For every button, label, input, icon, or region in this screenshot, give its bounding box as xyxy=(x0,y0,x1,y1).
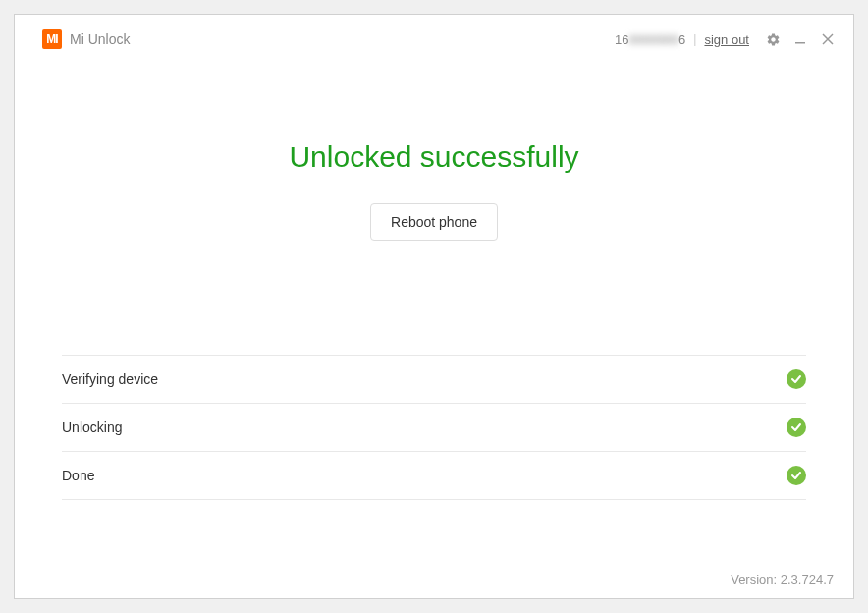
minimize-icon xyxy=(794,33,806,45)
reboot-button[interactable]: Reboot phone xyxy=(370,203,498,241)
app-title: Mi Unlock xyxy=(70,31,130,47)
step-label: Verifying device xyxy=(62,371,158,387)
user-id: 1600000006 xyxy=(615,32,685,47)
step-row-verifying: Verifying device xyxy=(62,355,806,403)
mi-logo-icon: MI xyxy=(42,29,62,49)
titlebar: MI Mi Unlock 1600000006 | sign out xyxy=(15,15,853,64)
step-row-unlocking: Unlocking xyxy=(62,403,806,451)
sign-out-link[interactable]: sign out xyxy=(704,32,749,47)
checkmark-icon xyxy=(787,466,806,485)
step-label: Unlocking xyxy=(62,419,122,435)
gear-icon xyxy=(766,32,781,47)
user-id-suffix: 6 xyxy=(678,32,685,47)
titlebar-right: 1600000006 | sign out xyxy=(615,29,838,49)
settings-button[interactable] xyxy=(763,29,783,49)
steps-list: Verifying device Unlocking Done xyxy=(15,355,853,500)
checkmark-icon xyxy=(787,369,806,389)
close-button[interactable] xyxy=(818,29,838,49)
user-id-prefix: 16 xyxy=(615,32,628,47)
status-headline: Unlocked successfully xyxy=(289,140,578,174)
checkmark-icon xyxy=(787,418,806,437)
app-window: MI Mi Unlock 1600000006 | sign out xyxy=(14,14,854,599)
minimize-button[interactable] xyxy=(790,29,810,49)
step-label: Done xyxy=(62,468,94,483)
divider: | xyxy=(693,32,696,46)
close-icon xyxy=(822,33,834,45)
version-label: Version: 2.3.724.7 xyxy=(731,572,834,586)
user-id-hidden: 0000000 xyxy=(628,32,678,47)
step-row-done: Done xyxy=(62,451,806,500)
main-content: Unlocked successfully Reboot phone Verif… xyxy=(15,64,853,598)
svg-rect-0 xyxy=(795,42,805,44)
